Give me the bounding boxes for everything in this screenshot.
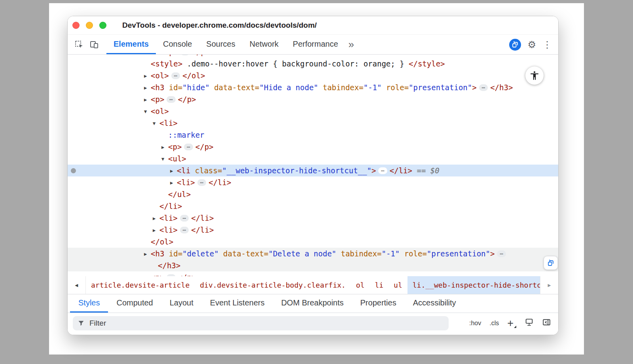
new-style-rule-button[interactable]: +: [507, 320, 516, 327]
expand-arrow-icon[interactable]: ▶: [144, 94, 151, 106]
accessibility-icon: [529, 70, 540, 81]
code-tag: </h3>: [158, 261, 180, 270]
tab-sources[interactable]: Sources: [199, 35, 242, 54]
panel-tab-accessibility[interactable]: Accessibility: [405, 294, 464, 313]
minimize-button[interactable]: [86, 22, 93, 29]
inline-expand-icon[interactable]: ⋯: [167, 274, 175, 276]
inline-expand-icon[interactable]: ⋯: [479, 84, 488, 91]
panel-tab-computed[interactable]: Computed: [108, 294, 161, 313]
inline-expand-icon[interactable]: ⋯: [180, 227, 189, 233]
dom-tree-row[interactable]: ▶<h3 id="delete" data-text="Delete a nod…: [68, 248, 558, 260]
sidebar-toggle-button[interactable]: [542, 318, 551, 328]
expand-arrow-icon[interactable]: ▶: [144, 272, 151, 276]
dom-tree-row[interactable]: ▼<ol>: [68, 105, 558, 117]
menu-button[interactable]: ⋮: [542, 40, 552, 49]
code-pseudo: ::marker: [168, 131, 205, 139]
expand-arrow-icon[interactable]: ▶: [144, 82, 151, 94]
code-val: "-1": [381, 249, 400, 258]
dom-tree-row[interactable]: </li>: [68, 200, 558, 212]
code-tag: <ol>: [151, 107, 169, 116]
floating-sync-badge-button[interactable]: [544, 256, 558, 270]
code-tag: </style>: [409, 59, 445, 68]
tab-console[interactable]: Console: [156, 35, 199, 54]
panel-tab-styles[interactable]: Styles: [70, 294, 108, 313]
dom-tree-row[interactable]: <p>⋯</p>: [68, 55, 558, 58]
breadcrumb-item-article-devsite-article[interactable]: article.devsite-article: [86, 276, 195, 294]
expand-arrow-icon[interactable]: ▶: [144, 248, 151, 260]
expand-arrow-icon[interactable]: ▶: [170, 165, 177, 177]
code-tag: <li: [177, 166, 190, 175]
dom-tree-row[interactable]: ▶<p>⋯</p>: [68, 271, 558, 276]
inline-expand-icon[interactable]: ⋯: [378, 167, 387, 174]
filter-funnel-icon: [78, 320, 85, 327]
dom-tree-row[interactable]: </h3>: [68, 260, 558, 271]
dom-tree-row[interactable]: </ol>: [68, 236, 558, 248]
expand-arrow-icon[interactable]: ▶: [170, 177, 177, 189]
code-tag: >: [472, 83, 476, 92]
dom-tree-row[interactable]: <style> .demo--hover:hover { background-…: [68, 58, 558, 70]
panel-tab-layout[interactable]: Layout: [161, 294, 202, 313]
dom-tree-row[interactable]: ▶<li class="__web-inspector-hide-shortcu…: [68, 165, 558, 176]
dom-tree-row[interactable]: ▶<p>⋯</p>: [68, 93, 558, 105]
inline-expand-icon[interactable]: ⋯: [180, 55, 189, 55]
dom-tree-row[interactable]: ▼<li>: [68, 117, 558, 129]
inline-expand-icon[interactable]: ⋯: [167, 96, 175, 103]
settings-button[interactable]: ⚙: [527, 40, 536, 49]
dom-tree-row[interactable]: ▶<ol>⋯</ol>: [68, 70, 558, 82]
inline-expand-icon[interactable]: ⋯: [184, 144, 193, 150]
panel-tab-dom-breakpoints[interactable]: DOM Breakpoints: [273, 294, 352, 313]
code-tag: <h3: [151, 83, 164, 92]
breadcrumb-item-ol[interactable]: ol: [351, 276, 370, 294]
tab-elements[interactable]: Elements: [106, 35, 156, 54]
breadcrumb-item-ul[interactable]: ul: [389, 276, 407, 294]
dom-tree-row[interactable]: ▶<h3 id="hide" data-text="Hide a node" t…: [68, 82, 558, 93]
expand-arrow-icon[interactable]: ▶: [153, 212, 159, 224]
zoom-button[interactable]: [99, 22, 106, 29]
styles-filter-field[interactable]: [73, 316, 449, 330]
breadcrumb-forward-button[interactable]: ▶: [540, 276, 558, 294]
sync-badge-button[interactable]: [509, 39, 521, 51]
inline-expand-icon[interactable]: ⋯: [171, 72, 180, 79]
dom-tree-row[interactable]: ▶<li>⋯</li>: [68, 224, 558, 236]
expand-arrow-icon[interactable]: ▶: [161, 141, 168, 153]
dom-tree-row[interactable]: ▼<ul>: [68, 153, 558, 165]
inline-expand-icon[interactable]: ⋯: [197, 179, 206, 186]
code-tag: <style>: [151, 59, 182, 68]
inspect-element-button[interactable]: [72, 38, 87, 52]
dom-tree-row[interactable]: </ul>: [68, 188, 558, 200]
collapse-arrow-icon[interactable]: ▼: [144, 106, 151, 118]
dom-tree-row[interactable]: ▶<p>⋯</p>: [68, 141, 558, 153]
panel-tab-event-listeners[interactable]: Event Listeners: [202, 294, 273, 313]
device-toolbar-button[interactable]: [87, 38, 102, 52]
styles-filter-input[interactable]: [89, 318, 449, 328]
tab-network[interactable]: Network: [243, 35, 286, 54]
code-attr: tabindex=: [336, 249, 381, 258]
panel-tab-properties[interactable]: Properties: [352, 294, 405, 313]
close-button[interactable]: [72, 22, 80, 29]
rendering-emulations-button[interactable]: [525, 318, 534, 328]
inline-expand-icon[interactable]: ⋯: [180, 215, 189, 222]
code-attr: id=: [164, 83, 182, 92]
breadcrumb-item-div-devsite-article-body-clearfix[interactable]: div.devsite-article-body.clearfix.: [195, 276, 351, 294]
breadcrumb-bar: ◀ article.devsite-articlediv.devsite-art…: [68, 276, 558, 294]
dom-tree-row[interactable]: ▶<li>⋯</li>: [68, 176, 558, 188]
collapse-arrow-icon[interactable]: ▼: [153, 118, 159, 129]
collapse-arrow-icon[interactable]: ▼: [161, 153, 168, 165]
expand-arrow-icon[interactable]: ▶: [144, 70, 151, 82]
element-classes-button[interactable]: .cls: [489, 320, 499, 327]
dom-tree-row[interactable]: ▶<li>⋯</li>: [68, 212, 558, 224]
chevron-left-icon: ◀: [75, 282, 78, 288]
code-attr: role=: [400, 249, 427, 258]
breadcrumb-item-li[interactable]: li: [370, 276, 389, 294]
code-attr: class=: [190, 166, 222, 175]
accessibility-overlay-button[interactable]: [525, 66, 544, 85]
expand-arrow-icon[interactable]: ▶: [153, 224, 159, 236]
more-tabs-button[interactable]: »: [349, 38, 353, 51]
code-tag: </ol>: [182, 71, 205, 80]
tab-performance[interactable]: Performance: [286, 35, 345, 54]
toggle-element-state-button[interactable]: :hov: [469, 320, 481, 327]
inline-expand-icon[interactable]: ⋯: [497, 250, 506, 257]
dom-tree-row[interactable]: ::marker: [68, 129, 558, 141]
breadcrumb-item-li-web-inspector-hide-shortcut[interactable]: li.__web-inspector-hide-shortcut__: [407, 276, 540, 294]
breadcrumb-back-button[interactable]: ◀: [68, 276, 86, 294]
